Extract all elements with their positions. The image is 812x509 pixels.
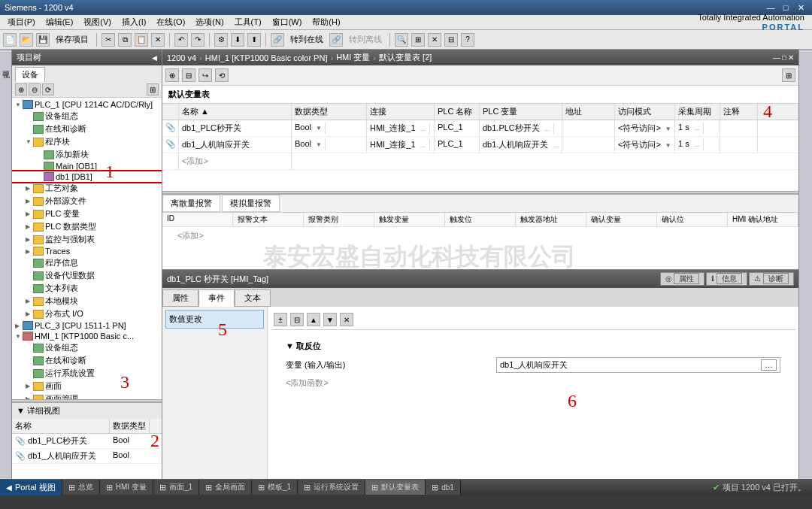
alarm-col[interactable]: 触发器地址 [516,213,586,226]
project-tree[interactable]: ▼PLC_1 [CPU 1214C AC/DC/Rly]设备组态在线和诊断▼程序… [12,98,162,399]
tree-node[interactable]: ▶本地模块 [12,295,162,308]
tree-node[interactable]: 添加新块 [12,148,162,161]
redo-icon[interactable]: ↷ [191,33,205,47]
bc-close-icon[interactable]: ✕ [788,53,794,62]
menu-edit[interactable]: 编辑(E) [41,15,78,29]
col-mode[interactable]: 访问模式 [615,104,675,120]
alarm-col[interactable]: ID [162,213,233,226]
detail-col-name[interactable]: 名称 [12,419,110,433]
split-icon[interactable]: ⊟ [444,33,458,47]
panel-collapse-icon[interactable]: ◀ [152,54,157,62]
copy-icon[interactable]: ⧉ [118,33,132,47]
alarm-col[interactable]: HMI 确认地址 [728,213,798,226]
pd-browse-button[interactable]: … [761,359,777,371]
props-tab-text[interactable]: 文本 [235,289,271,307]
tree-node[interactable]: db1 [DB1] [12,171,162,182]
stop-icon[interactable]: ✕ [428,33,441,47]
et-tool-4[interactable]: ⟲ [215,68,229,82]
col-comment[interactable]: 注释 [720,104,758,120]
pd-clear-icon[interactable]: ⊟ [290,313,304,326]
pd-field-input[interactable]: db1_人机响应开关 … [496,357,780,373]
tree-node[interactable]: ▶Traces [12,246,162,256]
et-layout-icon[interactable]: ⊞ [782,68,795,82]
paste-icon[interactable]: 📋 [135,33,148,47]
status-tab[interactable]: ⊞运行系统设置 [298,480,365,495]
new-icon[interactable]: 📄 [3,33,17,47]
pd-add-function[interactable]: <添加函数> [286,377,496,389]
status-tab[interactable]: ⊞默认变量表 [365,480,426,495]
pd-down-icon[interactable]: ▼ [323,313,337,326]
bc-max-icon[interactable]: □ [782,53,786,62]
menu-online[interactable]: 在线(O) [152,15,189,29]
pd-del-icon[interactable]: ✕ [340,313,353,326]
alarm-col[interactable]: 报警文本 [233,213,304,226]
tree-node[interactable]: 在线和诊断 [12,354,162,367]
bc-min-icon[interactable]: — [773,53,780,62]
detail-col-type[interactable]: 数据类型 [110,419,150,433]
tree-tool-3[interactable]: ⟳ [42,83,54,95]
status-tab[interactable]: ⊞画面_1 [153,480,199,495]
cut-icon[interactable]: ✂ [102,33,115,47]
props-tab-properties[interactable]: 属性 [162,289,198,307]
alarm-tab-discrete[interactable]: 离散量报警 [162,195,220,212]
col-plcname[interactable]: PLC 名称 [435,104,480,120]
go-offline-icon[interactable]: 🔗 [329,33,343,47]
tree-node[interactable]: ▶PLC_3 [CPU 1511-1 PN] [12,320,162,331]
tree-node[interactable]: 设备组态 [12,341,162,354]
status-tab[interactable]: ⊞HMI 变量 [100,480,153,495]
portal-view-button[interactable]: ◀ Portal 视图 [0,480,62,495]
col-addr[interactable]: 地址 [562,104,615,120]
maximize-button[interactable]: □ [779,3,792,13]
save-label[interactable]: 保存项目 [53,34,92,45]
alarm-col[interactable]: 触发变量 [374,213,445,226]
pd-up-icon[interactable]: ▲ [307,313,320,326]
tag-add-row[interactable]: <添加> [162,153,798,170]
compile-icon[interactable]: ⚙ [214,33,228,47]
tree-node[interactable]: ▶外部源文件 [12,195,162,208]
tree-node[interactable]: ▶PLC 变量 [12,208,162,220]
status-tab[interactable]: ⊞总览 [62,480,100,495]
props-nav-value-change[interactable]: 数值更改 [165,310,264,329]
et-tool-2[interactable]: ⊟ [182,68,195,82]
tree-tool-1[interactable]: ⊕ [15,83,27,95]
alarm-col[interactable]: 报警类别 [304,213,374,226]
tree-node[interactable]: 在线和诊断 [12,123,162,135]
et-tool-3[interactable]: ↪ [198,68,212,82]
menu-options[interactable]: 选项(N) [191,15,228,29]
tree-node[interactable]: ▶分布式 I/O [12,308,162,320]
menu-tools[interactable]: 工具(T) [230,15,266,29]
props-rtab-properties[interactable]: ◎ 属性 [660,272,705,286]
tree-node[interactable]: ▼PLC_1 [CPU 1214C AC/DC/Rly] [12,99,162,110]
tree-node[interactable]: ▶画面 [12,380,162,392]
menu-view[interactable]: 视图(V) [79,15,116,29]
offline-label[interactable]: 转到离线 [346,34,385,45]
close-button[interactable]: ✕ [794,3,807,13]
minimize-button[interactable]: — [764,3,777,13]
tag-row[interactable]: 📎db1_PLC秒开关Bool▼HMI_连接_1…PLC_1db1.PLC秒开关… [162,120,798,137]
detail-row[interactable]: 📎 db1_PLC秒开关Bool [12,434,162,449]
tree-tool-grid[interactable]: ⊞ [147,83,159,95]
status-tab[interactable]: ⊞db1 [426,480,461,495]
download-icon[interactable]: ⬇ [231,33,244,47]
tree-node[interactable]: Main [OB1] [12,161,162,171]
col-name[interactable]: 名称 ▲ [179,104,292,120]
save-icon[interactable]: 💾 [36,33,50,47]
tree-tool-2[interactable]: ⊖ [29,83,41,95]
online-label[interactable]: 转到在线 [287,34,326,45]
menu-window[interactable]: 窗口(W) [268,15,307,29]
col-cycle[interactable]: 采集周期 [675,104,720,120]
go-online-icon[interactable]: 🔗 [271,33,284,47]
status-tab[interactable]: ⊞模板_1 [252,480,298,495]
tree-node[interactable]: ▶画面管理 [12,392,162,399]
tree-node[interactable]: ▼HMI_1 [KTP1000 Basic c... [12,331,162,341]
status-tab[interactable]: ⊞全局画面 [199,480,252,495]
props-rtab-info[interactable]: ℹ 信息 [706,272,747,286]
help-icon[interactable]: ? [461,33,474,47]
detail-row[interactable]: 📎 db1_人机响应开关Bool [12,449,162,464]
menu-project[interactable]: 项目(P) [3,15,40,29]
alarm-col[interactable]: 触发位 [445,213,516,226]
tag-row[interactable]: 📎db1_人机响应开关Bool▼HMI_连接_1…PLC_1db1.人机响应开关… [162,137,798,153]
tree-node[interactable]: 设备代理数据 [12,269,162,282]
delete-icon[interactable]: ✕ [151,33,165,47]
tree-node[interactable]: 程序信息 [12,256,162,269]
